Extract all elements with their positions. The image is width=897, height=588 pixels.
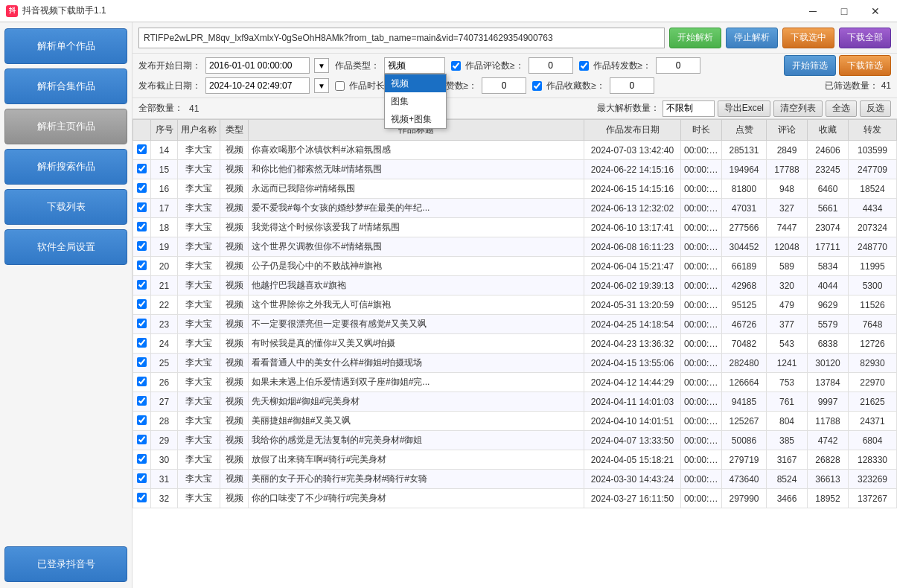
minimize-button[interactable]: ─ xyxy=(797,0,829,22)
download-all-button[interactable]: 下载全部 xyxy=(839,28,891,48)
row-checkbox[interactable] xyxy=(137,493,147,502)
max-parse-input[interactable] xyxy=(663,100,715,117)
reverse-select-button[interactable]: 反选 xyxy=(860,100,891,117)
row-checkbox-cell[interactable] xyxy=(133,179,151,199)
collect-input[interactable] xyxy=(610,77,654,94)
row-checkbox-cell[interactable] xyxy=(133,489,151,508)
row-checkbox-cell[interactable] xyxy=(133,295,151,315)
dropdown-item-image[interactable]: 图集 xyxy=(385,92,446,110)
row-date: 2024-06-04 15:21:47 xyxy=(584,257,681,276)
row-checkbox[interactable] xyxy=(137,435,147,444)
row-checkbox[interactable] xyxy=(137,319,147,328)
share-input[interactable] xyxy=(656,57,700,74)
row-checkbox-cell[interactable] xyxy=(133,412,151,431)
filter-row-1: 发布开始日期： ▼ 作品类型： 视频 图集 视频+图集 视频 xyxy=(138,57,891,74)
collect-checkbox[interactable] xyxy=(532,81,542,91)
row-checkbox[interactable] xyxy=(137,377,147,386)
start-date-input[interactable] xyxy=(205,57,310,74)
row-checkbox-cell[interactable] xyxy=(133,450,151,470)
dropdown-item-both[interactable]: 视频+图集 xyxy=(385,110,446,128)
row-duration: 00:00:08 xyxy=(681,334,722,354)
row-checkbox-cell[interactable] xyxy=(133,470,151,489)
row-seq: 32 xyxy=(151,489,178,508)
row-checkbox[interactable] xyxy=(137,261,147,270)
stop-parse-button[interactable]: 停止解析 xyxy=(726,28,778,48)
start-filter-button[interactable]: 开始筛选 xyxy=(784,55,836,76)
row-checkbox-cell[interactable] xyxy=(133,199,151,218)
url-input[interactable] xyxy=(138,28,665,48)
row-checkbox[interactable] xyxy=(137,396,147,406)
row-date: 2024-04-10 14:01:51 xyxy=(584,412,681,431)
dropdown-item-video[interactable]: 视频 xyxy=(385,74,446,92)
sidebar-item-parse-single[interactable]: 解析单个作品 xyxy=(4,28,127,64)
sidebar-item-parse-search[interactable]: 解析搜索作品 xyxy=(4,149,127,185)
row-type: 视频 xyxy=(220,315,249,334)
row-checkbox-cell[interactable] xyxy=(133,373,151,392)
share-checkbox[interactable] xyxy=(579,61,589,71)
row-checkbox[interactable] xyxy=(137,415,147,425)
row-checkbox-cell[interactable] xyxy=(133,276,151,295)
end-date-picker-button[interactable]: ▼ xyxy=(314,78,329,93)
row-checkbox[interactable] xyxy=(137,280,147,290)
row-checkbox[interactable] xyxy=(137,357,147,367)
download-filter-button[interactable]: 下载筛选 xyxy=(839,55,891,76)
sidebar-item-parse-main[interactable]: 解析主页作品 xyxy=(4,109,127,144)
row-checkbox[interactable] xyxy=(137,164,147,173)
sidebar-item-settings[interactable]: 软件全局设置 xyxy=(4,229,127,265)
row-checkbox[interactable] xyxy=(137,222,147,231)
row-checkbox-cell[interactable] xyxy=(133,392,151,412)
row-checkbox[interactable] xyxy=(137,144,147,154)
row-checkbox-cell[interactable] xyxy=(133,334,151,354)
row-checkbox-cell[interactable] xyxy=(133,160,151,179)
table-container[interactable]: 序号 用户名称 类型 作品标题 作品发布日期 时长 点赞 评论 收藏 转发 xyxy=(133,119,897,588)
row-title: 不一定要很漂亮但一定要很有感觉#又美又飒 xyxy=(249,315,584,334)
row-likes: 473640 xyxy=(722,470,767,489)
row-checkbox-cell[interactable] xyxy=(133,237,151,257)
end-date-input[interactable] xyxy=(205,77,310,94)
col-user: 用户名称 xyxy=(178,120,220,141)
sidebar-item-parse-collection[interactable]: 解析合集作品 xyxy=(4,68,127,104)
comment-input[interactable] xyxy=(529,57,573,74)
row-checkbox[interactable] xyxy=(137,338,147,348)
row-shares: 6804 xyxy=(849,431,897,450)
filter-collect-section: 作品收藏数≥： xyxy=(532,77,654,94)
row-collects: 23245 xyxy=(808,160,849,179)
row-checkbox-cell[interactable] xyxy=(133,218,151,237)
row-checkbox[interactable] xyxy=(137,299,147,309)
time-checkbox[interactable] xyxy=(335,81,345,91)
sidebar-item-download-list[interactable]: 下载列表 xyxy=(4,189,127,225)
row-checkbox-cell[interactable] xyxy=(133,354,151,373)
row-checkbox-cell[interactable] xyxy=(133,141,151,160)
type-select[interactable]: 视频 图集 视频+图集 xyxy=(384,57,445,74)
select-all-button[interactable]: 全选 xyxy=(826,100,857,117)
close-button[interactable]: ✕ xyxy=(860,0,891,22)
row-title: 有时候我是真的懂你#又美又飒#拍摄 xyxy=(249,334,584,354)
row-user: 李大宝 xyxy=(178,412,220,431)
like-input[interactable] xyxy=(482,77,526,94)
row-checkbox-cell[interactable] xyxy=(133,315,151,334)
row-likes: 42968 xyxy=(722,276,767,295)
row-likes: 304452 xyxy=(722,237,767,257)
row-checkbox[interactable] xyxy=(137,183,147,193)
start-date-label: 发布开始日期： xyxy=(138,60,201,72)
row-title: 放假了出来骑车啊#骑行#完美身材 xyxy=(249,450,584,470)
export-excel-button[interactable]: 导出Excel xyxy=(718,100,770,117)
row-checkbox-cell[interactable] xyxy=(133,431,151,450)
row-checkbox[interactable] xyxy=(137,241,147,251)
row-checkbox[interactable] xyxy=(137,202,147,212)
row-seq: 15 xyxy=(151,160,178,179)
row-collects: 11788 xyxy=(808,412,849,431)
comment-checkbox[interactable] xyxy=(451,61,461,71)
row-checkbox-cell[interactable] xyxy=(133,257,151,276)
start-date-picker-button[interactable]: ▼ xyxy=(314,58,329,73)
start-parse-button[interactable]: 开始解析 xyxy=(669,28,721,48)
download-selected-button[interactable]: 下载选中 xyxy=(782,28,834,48)
row-collects: 30120 xyxy=(808,354,849,373)
maximize-button[interactable]: □ xyxy=(829,0,860,22)
row-type: 视频 xyxy=(220,179,249,199)
clear-list-button[interactable]: 清空列表 xyxy=(773,100,823,117)
row-checkbox[interactable] xyxy=(137,454,147,464)
sidebar-account-button[interactable]: 已登录抖音号 xyxy=(4,546,127,582)
row-likes: 279719 xyxy=(722,450,767,470)
row-checkbox[interactable] xyxy=(137,473,147,483)
